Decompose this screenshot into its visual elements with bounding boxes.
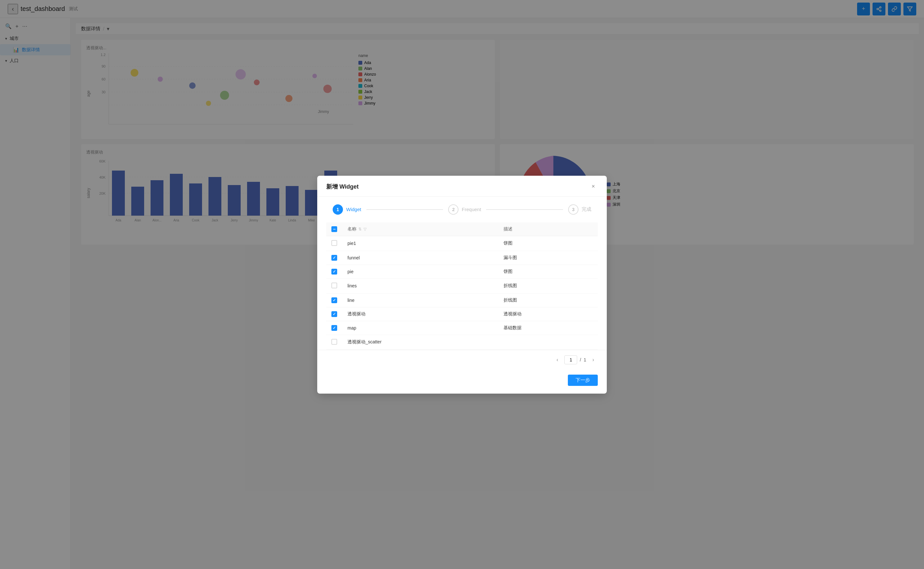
row-desc-1: 漏斗图 [498,251,598,265]
modal-footer: 下一步 [317,370,607,394]
row-name-1: funnel [342,251,498,265]
modal-close-button[interactable]: × [589,182,598,191]
modal-body: 名称 ⇅ ▽ 描述 pie1饼图funnel漏斗图pie饼图lines折线图li… [317,222,607,350]
row-checkbox-cell-6 [326,321,342,335]
pagination-total: 1 [584,357,586,362]
row-name-6: map [342,321,498,335]
table-row: pie饼图 [326,265,598,278]
table-row: pie1饼图 [326,236,598,251]
row-checkbox-cell-1 [326,251,342,265]
row-checkbox-6[interactable] [331,325,337,331]
row-checkbox-3[interactable] [331,283,337,288]
row-name-3: lines [342,278,498,293]
pagination-sep: / [580,357,581,362]
table-header-name: 名称 ⇅ ▽ [342,222,498,236]
step-3-label: 完成 [582,206,591,212]
row-desc-3: 折线图 [498,278,598,293]
row-desc-7 [498,335,598,350]
step-1-circle: 1 [333,204,343,215]
table-header-desc: 描述 [498,222,598,236]
pagination-page-input[interactable] [564,355,577,364]
row-checkbox-cell-4 [326,293,342,307]
name-sort-icon[interactable]: ⇅ [359,227,362,231]
widget-table: 名称 ⇅ ▽ 描述 pie1饼图funnel漏斗图pie饼图lines折线图li… [326,222,598,350]
row-desc-2: 饼图 [498,265,598,278]
row-desc-6: 基础数据 [498,321,598,335]
table-row: line折线图 [326,293,598,307]
row-desc-4: 折线图 [498,293,598,307]
row-desc-5: 透视驱动 [498,307,598,321]
modal-overlay: 新增 Widget × 1 Widget 2 Frequent 3 完成 [0,0,924,569]
table-row: lines折线图 [326,278,598,293]
row-name-7: 透视驱动_scatter [342,335,498,350]
row-name-2: pie [342,265,498,278]
table-row: map基础数据 [326,321,598,335]
next-step-button[interactable]: 下一步 [568,374,598,386]
modal-steps: 1 Widget 2 Frequent 3 完成 [317,197,607,222]
row-checkbox-cell-5 [326,307,342,321]
table-row: funnel漏斗图 [326,251,598,265]
row-checkbox-4[interactable] [331,297,337,303]
step-1: 1 Widget [333,204,361,215]
step-3: 3 完成 [568,204,591,215]
row-name-5: 透视驱动 [342,307,498,321]
step-3-circle: 3 [568,204,579,215]
row-checkbox-cell-7 [326,335,342,350]
modal-title: 新增 Widget [326,183,359,190]
table-row: 透视驱动透视驱动 [326,307,598,321]
row-checkbox-2[interactable] [331,269,337,274]
pagination-next[interactable]: › [589,355,598,364]
row-checkbox-5[interactable] [331,311,337,317]
step-2: 2 Frequent [448,204,481,215]
select-all-checkbox[interactable] [331,226,337,232]
step-line-2 [486,209,563,210]
step-2-label: Frequent [462,207,481,212]
row-checkbox-0[interactable] [331,240,337,246]
row-checkbox-7[interactable] [331,339,337,345]
modal-header: 新增 Widget × [317,176,607,197]
step-line-1 [366,209,443,210]
row-checkbox-cell-2 [326,265,342,278]
row-name-0: pie1 [342,236,498,251]
modal-pagination: ‹ / 1 › [317,350,607,370]
pagination-prev[interactable]: ‹ [553,355,562,364]
name-filter-icon[interactable]: ▽ [363,227,366,231]
table-header-checkbox-cell [326,222,342,236]
step-2-circle: 2 [448,204,459,215]
add-widget-modal: 新增 Widget × 1 Widget 2 Frequent 3 完成 [317,176,607,394]
row-desc-0: 饼图 [498,236,598,251]
row-checkbox-cell-0 [326,236,342,251]
step-1-label: Widget [346,207,361,212]
row-name-4: line [342,293,498,307]
table-row: 透视驱动_scatter [326,335,598,350]
row-checkbox-cell-3 [326,278,342,293]
row-checkbox-1[interactable] [331,255,337,261]
